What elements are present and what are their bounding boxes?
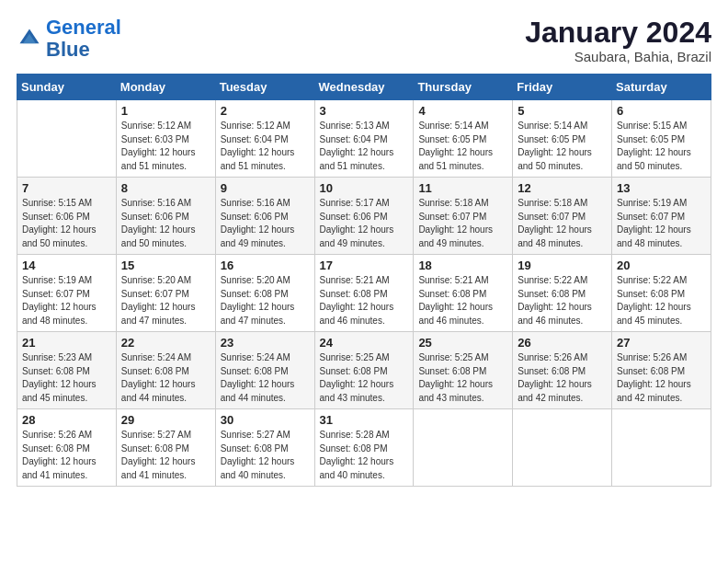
col-sunday: Sunday: [17, 75, 117, 100]
day-number: 3: [320, 104, 409, 118]
day-info: Sunrise: 5:27 AMSunset: 6:08 PMDaylight:…: [221, 430, 295, 480]
location: Saubara, Bahia, Brazil: [525, 49, 711, 64]
day-info: Sunrise: 5:24 AMSunset: 6:08 PMDaylight:…: [221, 352, 295, 403]
day-info: Sunrise: 5:13 AMSunset: 6:04 PMDaylight:…: [320, 121, 394, 171]
day-info: Sunrise: 5:22 AMSunset: 6:08 PMDaylight:…: [518, 275, 592, 326]
day-number: 27: [617, 336, 706, 350]
day-info: Sunrise: 5:25 AMSunset: 6:08 PMDaylight:…: [418, 352, 493, 403]
cell-0-4: 4 Sunrise: 5:14 AMSunset: 6:05 PMDayligh…: [414, 100, 513, 178]
page: General Blue January 2024 Saubara, Bahia…: [0, 0, 728, 496]
cell-2-3: 17 Sunrise: 5:21 AMSunset: 6:08 PMDaylig…: [314, 255, 414, 332]
cell-1-2: 9 Sunrise: 5:16 AMSunset: 6:06 PMDayligh…: [215, 178, 314, 255]
cell-0-3: 3 Sunrise: 5:13 AMSunset: 6:04 PMDayligh…: [314, 100, 414, 178]
day-number: 29: [121, 413, 210, 427]
cell-0-6: 6 Sunrise: 5:15 AMSunset: 6:05 PMDayligh…: [612, 100, 711, 178]
day-number: 12: [518, 181, 607, 195]
cell-3-1: 22 Sunrise: 5:24 AMSunset: 6:08 PMDaylig…: [116, 332, 215, 409]
header: General Blue January 2024 Saubara, Bahia…: [17, 17, 711, 64]
day-info: Sunrise: 5:12 AMSunset: 6:04 PMDaylight:…: [221, 121, 295, 171]
day-number: 15: [121, 259, 210, 272]
day-number: 1: [121, 104, 210, 118]
day-info: Sunrise: 5:18 AMSunset: 6:07 PMDaylight:…: [418, 198, 493, 248]
day-number: 24: [320, 336, 409, 350]
col-thursday: Thursday: [414, 75, 513, 100]
header-row: Sunday Monday Tuesday Wednesday Thursday…: [17, 75, 711, 100]
month-title: January 2024: [525, 17, 711, 49]
day-number: 26: [518, 336, 607, 350]
day-number: 18: [418, 259, 507, 272]
day-number: 8: [121, 181, 210, 195]
day-number: 7: [22, 181, 111, 195]
day-number: 25: [418, 336, 507, 350]
day-info: Sunrise: 5:26 AMSunset: 6:08 PMDaylight:…: [22, 430, 97, 480]
cell-2-1: 15 Sunrise: 5:20 AMSunset: 6:07 PMDaylig…: [116, 255, 215, 332]
day-info: Sunrise: 5:12 AMSunset: 6:03 PMDaylight:…: [121, 121, 196, 171]
cell-4-1: 29 Sunrise: 5:27 AMSunset: 6:08 PMDaylig…: [116, 409, 215, 487]
day-info: Sunrise: 5:14 AMSunset: 6:05 PMDaylight:…: [518, 121, 592, 171]
day-number: 5: [518, 104, 607, 118]
day-info: Sunrise: 5:14 AMSunset: 6:05 PMDaylight:…: [418, 121, 493, 171]
day-info: Sunrise: 5:22 AMSunset: 6:08 PMDaylight:…: [617, 275, 691, 326]
cell-3-0: 21 Sunrise: 5:23 AMSunset: 6:08 PMDaylig…: [17, 332, 117, 409]
cell-2-2: 16 Sunrise: 5:20 AMSunset: 6:08 PMDaylig…: [215, 255, 314, 332]
day-number: 28: [22, 413, 111, 427]
calendar-table: Sunday Monday Tuesday Wednesday Thursday…: [17, 74, 711, 487]
week-row-3: 21 Sunrise: 5:23 AMSunset: 6:08 PMDaylig…: [17, 332, 711, 409]
cell-3-5: 26 Sunrise: 5:26 AMSunset: 6:08 PMDaylig…: [513, 332, 612, 409]
day-number: 14: [22, 259, 111, 272]
day-info: Sunrise: 5:24 AMSunset: 6:08 PMDaylight:…: [121, 352, 196, 403]
day-info: Sunrise: 5:18 AMSunset: 6:07 PMDaylight:…: [518, 198, 592, 248]
cell-1-1: 8 Sunrise: 5:16 AMSunset: 6:06 PMDayligh…: [116, 178, 215, 255]
day-info: Sunrise: 5:25 AMSunset: 6:08 PMDaylight:…: [320, 352, 394, 403]
cell-1-6: 13 Sunrise: 5:19 AMSunset: 6:07 PMDaylig…: [612, 178, 711, 255]
day-info: Sunrise: 5:15 AMSunset: 6:06 PMDaylight:…: [22, 198, 97, 248]
day-number: 6: [617, 104, 706, 118]
logo-icon: [17, 26, 42, 52]
col-monday: Monday: [116, 75, 215, 100]
cell-1-3: 10 Sunrise: 5:17 AMSunset: 6:06 PMDaylig…: [314, 178, 414, 255]
week-row-1: 7 Sunrise: 5:15 AMSunset: 6:06 PMDayligh…: [17, 178, 711, 255]
day-info: Sunrise: 5:26 AMSunset: 6:08 PMDaylight:…: [617, 352, 691, 403]
cell-0-0: [17, 100, 117, 178]
col-saturday: Saturday: [612, 75, 711, 100]
day-number: 16: [221, 259, 310, 272]
cell-3-2: 23 Sunrise: 5:24 AMSunset: 6:08 PMDaylig…: [215, 332, 314, 409]
cell-4-4: [414, 409, 513, 487]
day-number: 13: [617, 181, 706, 195]
logo-text: General Blue: [46, 17, 121, 61]
col-tuesday: Tuesday: [215, 75, 314, 100]
day-number: 23: [221, 336, 310, 350]
day-info: Sunrise: 5:21 AMSunset: 6:08 PMDaylight:…: [418, 275, 493, 326]
day-info: Sunrise: 5:23 AMSunset: 6:08 PMDaylight:…: [22, 352, 97, 403]
day-info: Sunrise: 5:16 AMSunset: 6:06 PMDaylight:…: [121, 198, 196, 248]
day-number: 2: [221, 104, 310, 118]
day-info: Sunrise: 5:17 AMSunset: 6:06 PMDaylight:…: [320, 198, 394, 248]
day-number: 11: [418, 181, 507, 195]
cell-2-0: 14 Sunrise: 5:19 AMSunset: 6:07 PMDaylig…: [17, 255, 117, 332]
cell-0-1: 1 Sunrise: 5:12 AMSunset: 6:03 PMDayligh…: [116, 100, 215, 178]
day-number: 30: [221, 413, 310, 427]
cell-3-6: 27 Sunrise: 5:26 AMSunset: 6:08 PMDaylig…: [612, 332, 711, 409]
day-number: 9: [221, 181, 310, 195]
day-info: Sunrise: 5:20 AMSunset: 6:08 PMDaylight:…: [221, 275, 295, 326]
cell-2-4: 18 Sunrise: 5:21 AMSunset: 6:08 PMDaylig…: [414, 255, 513, 332]
day-info: Sunrise: 5:15 AMSunset: 6:05 PMDaylight:…: [617, 121, 691, 171]
cell-2-6: 20 Sunrise: 5:22 AMSunset: 6:08 PMDaylig…: [612, 255, 711, 332]
cell-1-0: 7 Sunrise: 5:15 AMSunset: 6:06 PMDayligh…: [17, 178, 117, 255]
week-row-4: 28 Sunrise: 5:26 AMSunset: 6:08 PMDaylig…: [17, 409, 711, 487]
cell-2-5: 19 Sunrise: 5:22 AMSunset: 6:08 PMDaylig…: [513, 255, 612, 332]
day-info: Sunrise: 5:27 AMSunset: 6:08 PMDaylight:…: [121, 430, 196, 480]
day-number: 19: [518, 259, 607, 272]
day-info: Sunrise: 5:26 AMSunset: 6:08 PMDaylight:…: [518, 352, 592, 403]
week-row-2: 14 Sunrise: 5:19 AMSunset: 6:07 PMDaylig…: [17, 255, 711, 332]
cell-4-2: 30 Sunrise: 5:27 AMSunset: 6:08 PMDaylig…: [215, 409, 314, 487]
cell-1-4: 11 Sunrise: 5:18 AMSunset: 6:07 PMDaylig…: [414, 178, 513, 255]
cell-1-5: 12 Sunrise: 5:18 AMSunset: 6:07 PMDaylig…: [513, 178, 612, 255]
cell-0-2: 2 Sunrise: 5:12 AMSunset: 6:04 PMDayligh…: [215, 100, 314, 178]
cell-0-5: 5 Sunrise: 5:14 AMSunset: 6:05 PMDayligh…: [513, 100, 612, 178]
logo: General Blue: [17, 17, 121, 61]
col-friday: Friday: [513, 75, 612, 100]
title-block: January 2024 Saubara, Bahia, Brazil: [525, 17, 711, 64]
cell-4-5: [513, 409, 612, 487]
day-number: 31: [320, 413, 409, 427]
